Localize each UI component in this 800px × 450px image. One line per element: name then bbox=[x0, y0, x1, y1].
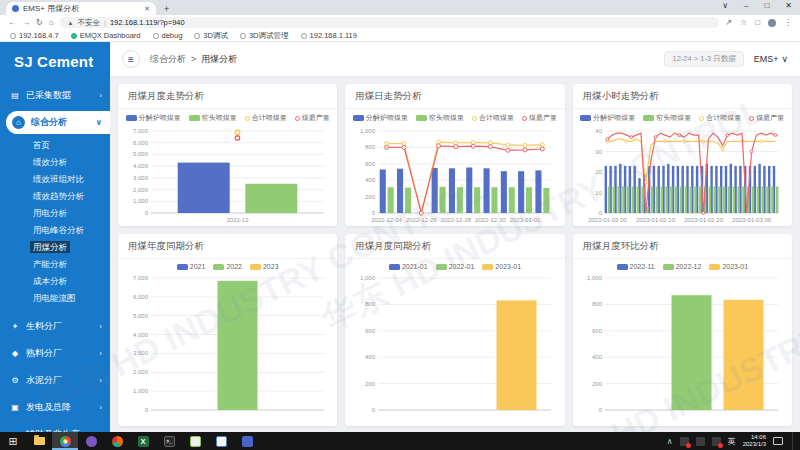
show-desktop-button[interactable] bbox=[792, 432, 796, 450]
bookmark-item[interactable]: debug bbox=[153, 31, 183, 40]
sidebar-item-cost-analysis[interactable]: 成本分析 bbox=[0, 273, 110, 290]
window-minimize-button[interactable]: – bbox=[744, 1, 748, 10]
bookmark-item[interactable]: EMQX Dashboard bbox=[71, 31, 141, 40]
legend-item[interactable]: 分解炉喂煤量 bbox=[580, 113, 635, 123]
system-tray: ∧ 英 14:06 2023/1/3 bbox=[667, 432, 800, 450]
browser-menu-icon[interactable]: ⋮ bbox=[784, 18, 792, 27]
daily-trend-chart[interactable]: 02004006008001,0002022-12-242022-12-2620… bbox=[351, 124, 559, 224]
sidebar-item-performance-analysis[interactable]: 绩效分析 bbox=[0, 154, 110, 171]
date-range-badge[interactable]: 12-24 > 1-3 日数据 bbox=[664, 51, 743, 67]
legend-marker-icon bbox=[213, 264, 224, 270]
sidebar: SJ Cement ▤ 已采集数据 › ⌂ 综合分析 ∨ 首页 绩效分析 绩效班… bbox=[0, 42, 110, 432]
chrome-icon[interactable] bbox=[52, 432, 78, 450]
legend-item[interactable]: 分解炉喂煤量 bbox=[353, 113, 408, 123]
window-close-button[interactable]: ✕ bbox=[785, 1, 792, 10]
bookmark-item[interactable]: 3D调试管理 bbox=[240, 31, 289, 41]
window-maximize-button[interactable]: □ bbox=[764, 1, 769, 10]
profile-avatar[interactable] bbox=[768, 19, 776, 27]
side-panel-icon[interactable]: □ bbox=[755, 18, 760, 27]
tray-volume-icon[interactable] bbox=[712, 437, 721, 446]
legend-item[interactable]: 2022-12 bbox=[663, 263, 702, 270]
url-input[interactable]: ▲ 不安全 | 192.168.1.119/?p=940 bbox=[60, 17, 720, 28]
legend-item[interactable]: 2023 bbox=[250, 263, 279, 270]
sidebar-item-raw-material-plant[interactable]: ✦生料分厂› bbox=[0, 313, 110, 340]
svg-text:20: 20 bbox=[596, 169, 603, 175]
excel-icon[interactable]: X bbox=[130, 432, 156, 450]
legend-item[interactable]: 合计喂煤量 bbox=[245, 113, 287, 123]
ime-indicator[interactable]: 英 bbox=[728, 436, 736, 447]
legend-item[interactable]: 煤磨产量 bbox=[522, 113, 557, 123]
sidebar-item-performance-team-compare[interactable]: 绩效班组对比 bbox=[0, 171, 110, 188]
security-warning-icon[interactable]: ▲ bbox=[68, 20, 74, 26]
notepad-app-icon[interactable] bbox=[182, 432, 208, 450]
legend-item[interactable]: 窑头喂煤量 bbox=[643, 113, 691, 123]
legend-item[interactable]: 2022-01 bbox=[436, 263, 475, 270]
monthly-trend-chart[interactable]: 01,0002,0003,0004,0005,0006,0007,0002022… bbox=[124, 124, 332, 224]
sidebar-item-performance-trend[interactable]: 绩效趋势分析 bbox=[0, 188, 110, 205]
bookmark-item[interactable]: 192.168.1.119 bbox=[301, 31, 357, 40]
hourly-trend-chart[interactable]: 0102030402023-01-02 002023-01-02 102023-… bbox=[578, 124, 786, 224]
back-icon[interactable]: ← bbox=[8, 18, 16, 27]
bookmark-item[interactable]: 3D调试 bbox=[194, 31, 228, 41]
start-button[interactable]: ⊞ bbox=[0, 432, 26, 450]
sidebar-item-cement-plant[interactable]: ⚙水泥分厂› bbox=[0, 367, 110, 394]
tray-expand-icon[interactable]: ∧ bbox=[667, 437, 673, 446]
doc-app-icon[interactable] bbox=[208, 432, 234, 450]
legend-item[interactable]: 2021-01 bbox=[389, 263, 428, 270]
screen: EMS+ 用煤分析 ✕ + ∨ – □ ✕ ← → ↻ ⌂ ▲ 不安全 | 19… bbox=[0, 0, 800, 450]
legend-item[interactable]: 2023-01 bbox=[482, 263, 521, 270]
legend-item[interactable]: 合计喂煤量 bbox=[699, 113, 741, 123]
bookmark-item[interactable]: 192.168.4.7 bbox=[10, 31, 59, 40]
mqttx-icon[interactable] bbox=[78, 432, 104, 450]
sidebar-item-coal-analysis[interactable]: 用煤分析 bbox=[0, 239, 110, 256]
legend-item[interactable]: 2023-01 bbox=[709, 263, 748, 270]
sidebar-item-capacity-analysis[interactable]: 产能分析 bbox=[0, 256, 110, 273]
sidebar-item-comprehensive-analysis[interactable]: ⌂ 综合分析 ∨ bbox=[6, 111, 110, 134]
app-select-dropdown[interactable]: EMS+ ∨ bbox=[754, 54, 788, 64]
sidebar-item-power-flow-diagram[interactable]: 用电能流图 bbox=[0, 290, 110, 307]
sidebar-item-power-analysis[interactable]: 用电分析 bbox=[0, 205, 110, 222]
yearly-compare-chart[interactable]: 01,0002,0003,0004,0005,0006,0007,000 bbox=[124, 271, 332, 421]
legend-marker-icon bbox=[699, 116, 704, 121]
color-app-icon[interactable] bbox=[104, 432, 130, 450]
forward-icon[interactable]: → bbox=[22, 18, 30, 27]
legend-item[interactable]: 煤磨产量 bbox=[749, 113, 784, 123]
home-icon[interactable]: ⌂ bbox=[49, 18, 54, 27]
power-icon: ▣ bbox=[10, 403, 20, 412]
reload-icon[interactable]: ↻ bbox=[36, 18, 43, 27]
tab-search-icon[interactable]: ∨ bbox=[722, 1, 728, 10]
legend-item[interactable]: 2022-11 bbox=[617, 263, 655, 270]
monthly-yoy-chart[interactable]: 02004006008001,000 bbox=[351, 271, 559, 421]
sidebar-item-power-generation[interactable]: ▣发电及总降› bbox=[0, 394, 110, 421]
legend-item[interactable]: 分解炉喂煤量 bbox=[126, 113, 181, 123]
share-icon[interactable]: ↗ bbox=[725, 18, 732, 27]
sidebar-item-auxiliary[interactable]: ◼辅助及非生产› bbox=[0, 421, 110, 432]
tab-close-icon[interactable]: ✕ bbox=[144, 5, 150, 13]
sidebar-item-home[interactable]: 首页 bbox=[0, 137, 110, 154]
svg-text:2023-01-02 00: 2023-01-02 00 bbox=[588, 217, 628, 223]
browser-tab[interactable]: EMS+ 用煤分析 ✕ bbox=[6, 2, 156, 15]
monthly-mom-chart[interactable]: 02004006008001,000 bbox=[578, 271, 786, 421]
action-center-icon[interactable] bbox=[773, 437, 783, 445]
file-explorer-icon[interactable] bbox=[26, 432, 52, 450]
legend-item[interactable]: 窑头喂煤量 bbox=[416, 113, 464, 123]
breadcrumb-root[interactable]: 综合分析 bbox=[150, 53, 186, 66]
collapse-menu-icon[interactable]: ≡ bbox=[122, 50, 140, 68]
sidebar-item-collected-data[interactable]: ▤ 已采集数据 › bbox=[0, 82, 110, 109]
tray-app-icon[interactable] bbox=[680, 437, 689, 446]
legend-item[interactable]: 2021 bbox=[177, 263, 206, 270]
legend-marker-icon bbox=[709, 264, 720, 270]
taskbar-clock[interactable]: 14:06 2023/1/3 bbox=[743, 434, 766, 448]
new-tab-button[interactable]: + bbox=[164, 4, 169, 14]
legend-item[interactable]: 合计喂煤量 bbox=[472, 113, 514, 123]
legend-item[interactable]: 窑头喂煤量 bbox=[189, 113, 237, 123]
teams-icon[interactable] bbox=[234, 432, 260, 450]
legend-item[interactable]: 煤磨产量 bbox=[295, 113, 330, 123]
legend-item[interactable]: 2022 bbox=[213, 263, 242, 270]
svg-text:2023-01-02 20: 2023-01-02 20 bbox=[684, 217, 724, 223]
bookmark-star-icon[interactable]: ☆ bbox=[740, 18, 747, 27]
sidebar-item-power-peak-valley[interactable]: 用电峰谷分析 bbox=[0, 222, 110, 239]
sidebar-item-clinker-plant[interactable]: ◆熟料分厂› bbox=[0, 340, 110, 367]
tray-chat-icon[interactable] bbox=[696, 437, 705, 446]
terminal-icon[interactable]: >_ bbox=[156, 432, 182, 450]
